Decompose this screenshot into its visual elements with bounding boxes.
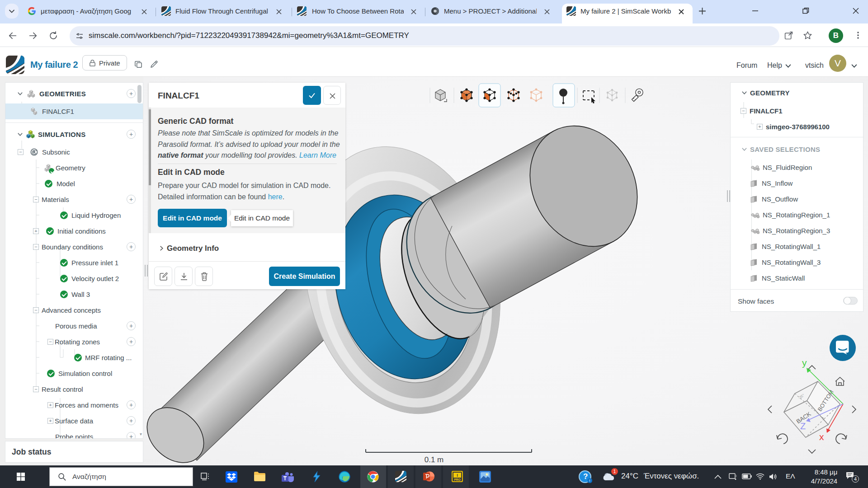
svg-text:0.1 m: 0.1 m: [425, 455, 444, 464]
svg-text:y: y: [802, 357, 807, 368]
svg-text:x: x: [819, 432, 824, 442]
svg-text:I: I: [457, 473, 458, 478]
svg-text:PRO: PRO: [454, 478, 460, 481]
svg-text:Z: Z: [800, 421, 806, 431]
